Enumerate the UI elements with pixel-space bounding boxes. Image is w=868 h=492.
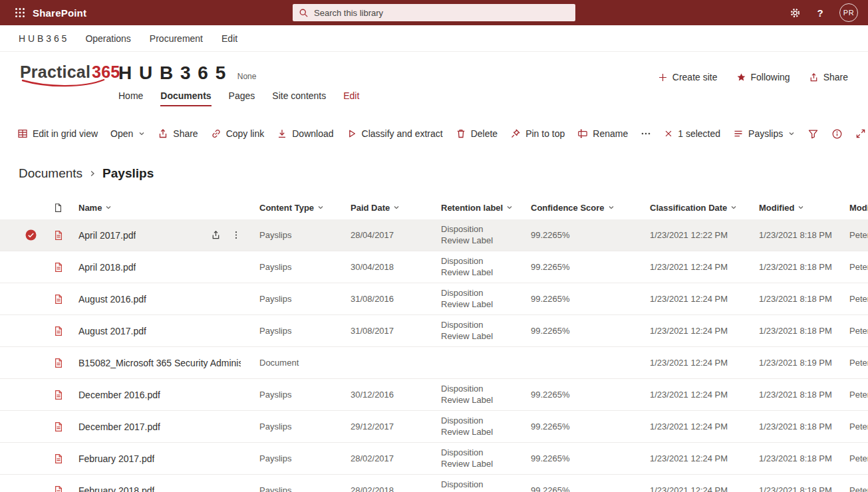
classification-date-cell: 1/23/2021 12:24 PM (650, 390, 759, 400)
modified-by-cell[interactable]: Peter (849, 485, 868, 492)
settings-gear-icon[interactable] (790, 7, 801, 19)
header-file-type-cell[interactable] (40, 203, 74, 213)
column-header-content-type[interactable]: Content Type (259, 203, 351, 213)
table-row[interactable]: April 2017.pdf Payslips 28/04/2017 Dispo… (0, 219, 868, 251)
share-site-button[interactable]: Share (809, 72, 848, 82)
account-avatar[interactable]: PR (839, 3, 858, 22)
file-type-cell (40, 326, 74, 336)
modified-by-cell[interactable]: Peter (849, 358, 868, 368)
search-box[interactable] (293, 4, 575, 21)
selected-check-icon[interactable] (25, 229, 37, 241)
site-title[interactable]: H U B 3 6 5 (118, 62, 227, 84)
file-name-link[interactable]: February 2018.pdf (78, 485, 154, 492)
column-header-modified[interactable]: Modified (759, 203, 849, 213)
create-site-button[interactable]: Create site (658, 72, 718, 82)
practical365-logo[interactable]: Practical365 (20, 62, 110, 89)
command-edit-grid-view[interactable]: Edit in grid view (17, 128, 98, 139)
view-selector[interactable]: Payslips (733, 128, 795, 139)
help-icon[interactable]: ? (814, 7, 826, 19)
document-icon (53, 203, 63, 213)
share-icon (158, 128, 168, 139)
file-name-link[interactable]: August 2016.pdf (78, 294, 146, 305)
table-row[interactable]: December 2016.pdf Payslips 30/12/2016 Di… (0, 379, 868, 411)
file-name-link[interactable]: April 2017.pdf (78, 230, 136, 241)
nav-item-edit[interactable]: Edit (343, 90, 359, 105)
modified-by-cell[interactable]: Peter (849, 230, 868, 240)
command-rename[interactable]: Rename (577, 128, 628, 139)
row-select-cell[interactable] (0, 229, 40, 241)
search-input[interactable] (314, 8, 569, 18)
nav-item-documents[interactable]: Documents (160, 90, 211, 106)
table-row[interactable]: April 2018.pdf Payslips 30/04/2018 Dispo… (0, 251, 868, 283)
modified-cell: 1/23/2021 8:18 PM (759, 485, 849, 492)
app-launcher-icon[interactable] (10, 0, 30, 25)
content-type-cell: Payslips (259, 390, 351, 400)
command-download[interactable]: Download (277, 128, 333, 139)
column-header-classification-date[interactable]: Classification Date (650, 203, 759, 213)
modified-by-cell[interactable]: Peter (849, 453, 868, 463)
classification-date-cell: 1/23/2021 12:22 PM (650, 230, 759, 240)
file-name-link[interactable]: February 2017.pdf (78, 453, 154, 464)
modified-by-cell[interactable]: Peter (849, 326, 868, 336)
hub-nav-hub365[interactable]: H U B 3 6 5 (19, 33, 67, 44)
column-header-modified-by[interactable]: Modified By (849, 203, 868, 213)
share-label: Share (823, 72, 848, 82)
table-row[interactable]: August 2017.pdf Payslips 31/08/2017 Disp… (0, 315, 868, 347)
classification-date-cell: 1/23/2021 12:24 PM (650, 326, 759, 336)
nav-item-site-contents[interactable]: Site contents (272, 90, 326, 105)
file-name-link[interactable]: B15082_Microsoft 365 Security Administ… (78, 358, 241, 368)
confidence-score-cell: 99.2265% (531, 230, 650, 240)
download-icon (277, 128, 287, 139)
file-name-link[interactable]: December 2016.pdf (78, 390, 160, 400)
hub-nav-edit[interactable]: Edit (221, 33, 237, 44)
modified-by-cell[interactable]: Peter (849, 390, 868, 400)
confidence-score-cell: 99.2265% (531, 422, 650, 431)
table-row[interactable]: B15082_Microsoft 365 Security Administ… … (0, 347, 868, 379)
command-classify-extract[interactable]: Classify and extract (347, 128, 443, 139)
command-delete[interactable]: Delete (456, 128, 498, 139)
command-more[interactable] (641, 128, 651, 139)
app-title[interactable]: SharePoint (33, 7, 86, 19)
file-type-cell (40, 294, 74, 305)
command-open[interactable]: Open (110, 128, 145, 139)
following-button[interactable]: Following (736, 72, 790, 82)
command-share[interactable]: Share (158, 128, 198, 139)
row-quick-actions (211, 230, 241, 240)
download-label: Download (292, 128, 333, 139)
table-row[interactable]: December 2017.pdf Payslips 29/12/2017 Di… (0, 411, 868, 443)
breadcrumb-documents[interactable]: Documents (19, 166, 82, 181)
filter-icon[interactable] (807, 128, 819, 140)
star-icon (736, 72, 746, 82)
view-name: Payslips (748, 128, 783, 139)
table-row[interactable]: February 2018.pdf Payslips 28/02/2018 Di… (0, 475, 868, 492)
command-pin-to-top[interactable]: Pin to top (510, 128, 565, 139)
classification-date-cell: 1/23/2021 12:24 PM (650, 294, 759, 304)
hub-nav-procurement[interactable]: Procurement (150, 33, 203, 44)
command-copy-link[interactable]: Copy link (211, 128, 265, 139)
content-type-cell: Payslips (259, 453, 351, 463)
table-row[interactable]: February 2017.pdf Payslips 28/02/2017 Di… (0, 443, 868, 475)
retention-label-cell: Disposition Review Label (441, 288, 531, 310)
column-header-name[interactable]: Name (74, 203, 259, 213)
clear-selection-button[interactable]: 1 selected (664, 128, 720, 139)
modified-by-cell[interactable]: Peter (849, 262, 868, 272)
more-options-icon[interactable] (231, 230, 241, 240)
file-name-link[interactable]: August 2017.pdf (78, 326, 146, 336)
expand-content-icon[interactable] (855, 128, 866, 139)
modified-by-cell[interactable]: Peter (849, 422, 868, 431)
file-name-link[interactable]: December 2017.pdf (78, 422, 160, 432)
file-name-link[interactable]: April 2018.pdf (78, 262, 136, 273)
nav-item-pages[interactable]: Pages (229, 90, 255, 105)
info-icon[interactable] (831, 128, 843, 140)
column-header-paid-date[interactable]: Paid Date (351, 203, 441, 213)
hub-nav-operations[interactable]: Operations (85, 33, 130, 44)
chevron-right-icon (88, 170, 96, 178)
table-row[interactable]: August 2016.pdf Payslips 31/08/2016 Disp… (0, 283, 868, 315)
paid-date-cell: 30/12/2016 (351, 390, 441, 400)
column-header-retention-label[interactable]: Retention label (441, 203, 531, 213)
modified-by-cell[interactable]: Peter (849, 294, 868, 304)
column-header-confidence-score[interactable]: Confidence Score (531, 203, 650, 213)
pin-icon (510, 128, 521, 139)
share-row-icon[interactable] (211, 230, 221, 240)
nav-item-home[interactable]: Home (118, 90, 143, 105)
